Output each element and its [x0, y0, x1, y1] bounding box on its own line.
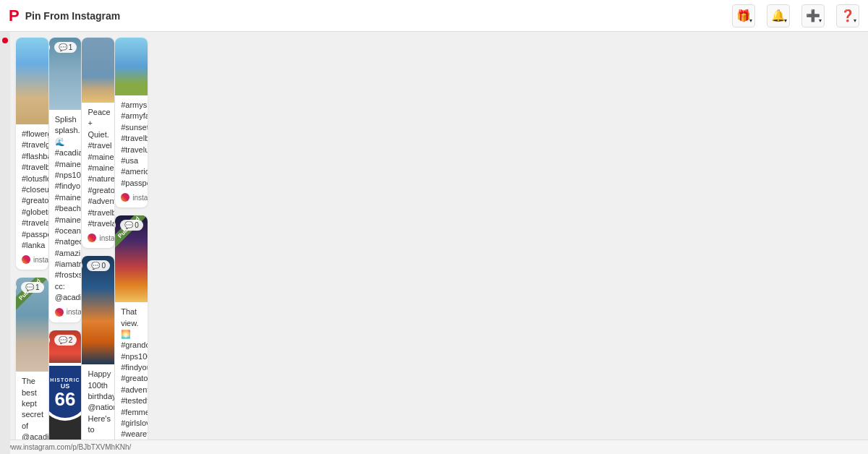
comment-icon: 💬 — [59, 43, 67, 51]
pin-body: That view. 🌅 #grandcanyon #nps100 #findy… — [115, 302, 148, 454]
masonry-column-0: #flowergram #travelgram #flashbackfriday… — [16, 38, 48, 454]
pin-text: #flowergram #travelgram #flashbackfriday… — [22, 129, 43, 251]
pin-source[interactable]: instagram.com — [88, 234, 109, 242]
pin-source[interactable]: instagram.com — [22, 255, 43, 264]
comment-count[interactable]: 💬0 — [120, 220, 143, 231]
pin-card[interactable]: #armysister #armyfamily #sunset #travelb… — [115, 38, 148, 207]
comment-icon: 💬 — [59, 336, 67, 344]
pin-image-block: Published♥27💬0 — [115, 215, 148, 302]
source-url: instagram.com — [99, 234, 114, 242]
route66-shield: HISTORICUS66 — [49, 363, 82, 421]
pin-card[interactable]: HISTORICUS66♥19💬2Get your #kicks... #rou… — [49, 330, 82, 454]
pin-image: HISTORICUS66 — [49, 330, 82, 446]
comment-icon: 💬 — [124, 221, 133, 229]
comment-count[interactable]: 💬1 — [21, 282, 44, 293]
instagram-icon — [22, 255, 30, 264]
pin-card[interactable]: Published♥27💬0That view. 🌅 #grandcanyon … — [115, 215, 148, 454]
masonry-column-2: Peace + Quiet. #travel #maineisgorqeous … — [82, 38, 114, 454]
pin-source[interactable]: instagram.com — [121, 193, 142, 202]
source-url: instagram.com — [132, 194, 148, 202]
topbar: P Pin From Instagram 🎁▾ 🔔▾ ➕▾ ❓▾ — [0, 0, 868, 32]
help-icon-button[interactable]: ❓▾ — [836, 4, 859, 27]
like-count[interactable]: ♥27 — [82, 260, 82, 271]
pin-stats: ♥27💬0 — [115, 220, 143, 231]
pin-body: #armysister #armyfamily #sunset #travelb… — [115, 95, 148, 207]
pin-image-block — [16, 38, 48, 124]
instagram-icon — [121, 193, 129, 202]
comment-icon: 💬 — [91, 262, 100, 270]
like-count[interactable]: ♥23 — [16, 282, 17, 293]
comment-number: 0 — [135, 221, 139, 229]
pin-stats: ♥27💬0 — [82, 260, 110, 271]
pin-body: #flowergram #travelgram #flashbackfriday… — [16, 124, 48, 270]
sidebar-dot-pinterest[interactable] — [2, 38, 8, 43]
gift-icon-button[interactable]: 🎁▾ — [732, 4, 755, 27]
status-bar: www.instagram.com/p/BJbTXVMhKNh/ — [0, 440, 868, 454]
comment-count[interactable]: 💬0 — [87, 260, 110, 271]
pin-body: Splish splash. 🌊 #acadia #maine #nps100 … — [49, 110, 82, 322]
pin-body: Peace + Quiet. #travel #maineisgorqeous … — [82, 103, 114, 248]
source-url: instagram.com — [33, 256, 48, 264]
comment-number: 2 — [69, 336, 73, 344]
instagram-icon — [55, 308, 64, 317]
pin-text: Splish splash. 🌊 #acadia #maine #nps100 … — [55, 114, 76, 304]
pin-image-block — [82, 38, 114, 103]
pin-image-block: Published♥23💬1 — [16, 278, 48, 372]
pin-image — [16, 38, 48, 124]
pin-card[interactable]: ♥30💬1Splish splash. 🌊 #acadia #maine #np… — [49, 38, 82, 322]
bell-icon-button[interactable]: 🔔▾ — [767, 4, 790, 27]
pin-text: Peace + Quiet. #travel #maineisgorqeous … — [88, 107, 109, 229]
pin-card[interactable]: Published♥23💬1The best kept secret of @a… — [16, 278, 48, 454]
pin-image-block — [115, 38, 148, 95]
comment-number: 1 — [35, 283, 40, 291]
instagram-icon — [88, 234, 96, 242]
pin-source[interactable]: instagram.com — [55, 308, 76, 317]
sidebar — [0, 32, 10, 454]
pin-image — [82, 38, 114, 103]
comment-number: 0 — [101, 262, 106, 270]
like-count[interactable]: ♥30 — [49, 42, 50, 53]
pin-stats: ♥19💬2 — [49, 335, 77, 346]
pin-image-block: HISTORICUS66♥19💬2 — [49, 330, 82, 446]
pin-stats: ♥23💬1 — [16, 282, 44, 293]
like-count[interactable]: ♥27 — [115, 220, 116, 231]
plus-icon-button[interactable]: ➕▾ — [801, 4, 825, 27]
pin-stats: ♥30💬1 — [49, 42, 77, 53]
pin-card[interactable]: Peace + Quiet. #travel #maineisgorqeous … — [82, 38, 114, 248]
source-url: instagram.com — [67, 308, 82, 316]
comment-count[interactable]: 💬2 — [54, 335, 77, 346]
pinterest-logo[interactable]: P — [9, 7, 20, 25]
pin-text: That view. 🌅 #grandcanyon #nps100 #findy… — [121, 307, 142, 454]
masonry-column-3: #armysister #armyfamily #sunset #travelb… — [115, 38, 148, 454]
pin-image — [115, 38, 148, 95]
pin-text: #armysister #armyfamily #sunset #travelb… — [121, 100, 142, 189]
topbar-left: P Pin From Instagram — [9, 7, 120, 25]
masonry-grid: #flowergram #travelgram #flashbackfriday… — [10, 32, 868, 454]
comment-icon: 💬 — [25, 283, 34, 291]
main-content: #flowergram #travelgram #flashbackfriday… — [10, 32, 868, 454]
pin-image-block: ♥30💬1 — [49, 38, 82, 110]
pin-image-block: ♥27💬0 — [82, 256, 114, 364]
masonry-column-1: ♥30💬1Splish splash. 🌊 #acadia #maine #np… — [49, 38, 82, 454]
topbar-right: 🎁▾ 🔔▾ ➕▾ ❓▾ — [732, 4, 859, 27]
status-url: www.instagram.com/p/BJbTXVMhKNh/ — [6, 443, 131, 451]
pin-card[interactable]: ♥27💬0Happy 100th birthday, @nationalpark… — [82, 256, 114, 454]
pin-card[interactable]: #flowergram #travelgram #flashbackfriday… — [16, 38, 48, 270]
like-count[interactable]: ♥19 — [49, 335, 50, 346]
pin-image — [82, 256, 114, 364]
topbar-title: Pin From Instagram — [25, 10, 120, 22]
comment-number: 1 — [69, 43, 73, 51]
comment-count[interactable]: 💬1 — [54, 42, 77, 53]
